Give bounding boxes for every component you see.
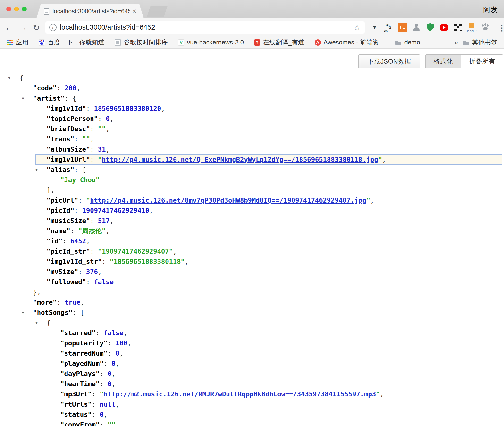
json-token: : — [78, 268, 86, 275]
json-line-content: "more": true, — [33, 298, 84, 306]
bookmark-item[interactable]: 谷歌按时间排序 — [115, 38, 168, 47]
dropdown-arrow-icon[interactable] — [370, 23, 379, 32]
json-token: : — [86, 278, 94, 286]
forward-button[interactable]: → — [16, 23, 30, 32]
json-url-link[interactable]: http://m2.music.126.net/RMJR7wDullRqppBk… — [104, 390, 376, 398]
bookmark-item[interactable]: 应用 — [7, 38, 28, 47]
json-token: "" — [82, 135, 90, 143]
json-token: "musicSize" — [47, 217, 90, 224]
youtube-icon[interactable] — [439, 23, 449, 32]
bookmark-item[interactable]: 百度一下，你就知道 — [39, 38, 104, 47]
bookmark-label: 应用 — [16, 38, 28, 47]
json-token: "mp3Url" — [60, 390, 92, 398]
json-line-content: }, — [33, 288, 41, 296]
json-token: null — [100, 400, 116, 408]
bookmark-label: 其他书签 — [472, 38, 497, 47]
json-token: : [ — [73, 309, 84, 316]
qrcode-icon[interactable] — [453, 23, 462, 32]
paw-icon[interactable] — [481, 23, 490, 32]
collapse-triangle-icon[interactable]: ▼ — [35, 318, 38, 328]
tab-strip: localhost:3000/artists?id=645 × 阿发 — [0, 0, 504, 18]
json-line: "rtUrls": null, — [0, 399, 504, 409]
json-token: true — [65, 298, 80, 306]
page-info-icon[interactable]: i — [49, 24, 57, 31]
bookmark-label: 在线翻译_有道 — [263, 38, 304, 47]
json-line: "mvSize": 376, — [0, 267, 504, 277]
json-token: : — [92, 411, 100, 418]
player-icon[interactable]: PLAYER — [467, 23, 476, 32]
json-line-content: "img1v1Url": "http://p4.music.126.net/Q_… — [35, 154, 502, 165]
bookmark-label: 谷歌按时间排序 — [124, 38, 168, 47]
json-token: : — [57, 84, 65, 92]
json-token: "copyFrom" — [60, 421, 100, 426]
json-token: : — [100, 421, 108, 426]
json-token: : [ — [74, 166, 86, 173]
reload-button[interactable]: ↻ — [30, 23, 43, 32]
json-token: "img1v1Url" — [47, 156, 90, 163]
player-icon-label: PLAYER — [467, 30, 477, 32]
json-token: "briefDesc" — [47, 125, 90, 133]
browser-tab[interactable]: localhost:3000/artists?id=645 × — [36, 4, 144, 18]
json-token: , — [116, 400, 119, 408]
json-token: : — [90, 217, 98, 224]
json-line-content: "musicSize": 517, — [47, 217, 114, 224]
json-token: "rtUrls" — [60, 400, 92, 408]
minimize-window-button[interactable] — [14, 7, 19, 11]
translate-pen-icon[interactable]: en — [384, 23, 393, 32]
close-window-button[interactable] — [6, 7, 11, 11]
tab-close-button[interactable]: × — [132, 8, 136, 15]
back-button[interactable]: ← — [2, 23, 16, 32]
json-line-content: "mvSize": 376, — [47, 268, 102, 275]
json-line: ▼"alias": [ — [0, 165, 504, 175]
collapse-triangle-icon[interactable]: ▼ — [22, 93, 24, 103]
download-json-button[interactable]: 下载JSON数据 — [358, 54, 420, 68]
json-line-content: "rtUrls": null, — [60, 400, 119, 408]
json-line-content: "starred": false, — [60, 329, 127, 337]
bookmark-label: vue-hackernews-2.0 — [187, 39, 244, 46]
bookmarks-overflow-icon[interactable]: » — [454, 39, 458, 46]
json-token: 6452 — [70, 237, 86, 245]
collapse-all-button[interactable]: 折叠所有 — [461, 55, 503, 68]
json-token: { — [19, 74, 23, 82]
json-token: , — [149, 207, 153, 214]
json-line: ▼{ — [0, 73, 504, 83]
shield-icon[interactable] — [426, 23, 435, 32]
bookmark-item[interactable]: Vvue-hackernews-2.0 — [178, 39, 244, 46]
json-token: : — [102, 258, 110, 265]
bookmarks-bar: 应用百度一下，你就知道谷歌按时间排序Vvue-hackernews-2.0Y在线… — [0, 36, 504, 49]
collapse-triangle-icon[interactable]: ▼ — [35, 165, 38, 175]
json-token: : — [92, 390, 100, 398]
zoom-window-button[interactable] — [22, 7, 27, 11]
json-token: "dayPlays" — [60, 370, 100, 377]
address-bar[interactable]: i localhost:3000/artists?id=6452 ☆ — [45, 21, 365, 34]
json-token: , — [127, 339, 131, 347]
json-token: , — [106, 227, 110, 235]
fehelper-icon[interactable]: FE — [398, 23, 407, 32]
json-token: false — [104, 329, 123, 337]
bookmark-label: 百度一下，你就知道 — [48, 38, 104, 47]
json-url-link[interactable]: http://p4.music.126.net/8mv7qP30Pd3oHW8b… — [90, 196, 366, 204]
format-button[interactable]: 格式化 — [426, 55, 461, 68]
json-line: "hearTime": 0, — [0, 379, 504, 389]
profile-icon[interactable] — [412, 23, 421, 32]
json-token: , — [111, 380, 115, 388]
browser-menu-icon[interactable] — [495, 23, 504, 32]
bookmark-item[interactable]: AAwesomes - 前端资… — [315, 38, 385, 47]
json-token: 0 — [106, 115, 110, 122]
json-token: 200 — [65, 84, 76, 92]
json-token: 0 — [108, 380, 111, 388]
json-token: { — [47, 319, 50, 326]
bookmark-star-icon[interactable]: ☆ — [353, 23, 361, 32]
other-bookmarks-folder[interactable]: 其他书签 — [463, 38, 497, 47]
bookmark-item[interactable]: Y在线翻译_有道 — [254, 38, 304, 47]
json-url-link[interactable]: http://p4.music.126.net/Q_ExePNkmgB2yWyL… — [102, 156, 378, 163]
json-token: , — [382, 156, 386, 163]
json-line-content: "picId": 19097417462929410, — [47, 207, 153, 214]
bookmark-item[interactable]: demo — [395, 39, 420, 46]
awesomes-icon: A — [315, 39, 321, 46]
collapse-triangle-icon[interactable]: ▼ — [8, 73, 10, 83]
json-token: : — [78, 196, 86, 204]
new-tab-button[interactable] — [147, 6, 168, 17]
collapse-triangle-icon[interactable]: ▼ — [22, 307, 24, 318]
json-token: "img1v1Id" — [47, 105, 86, 112]
